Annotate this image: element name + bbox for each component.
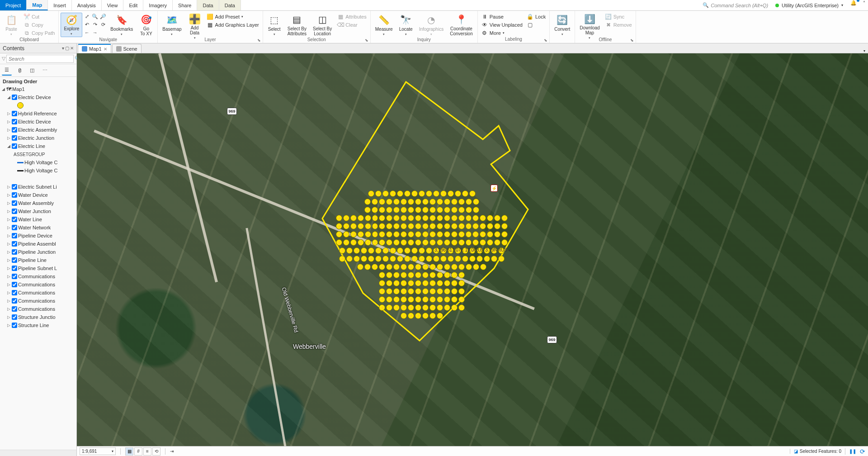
layer-symbol-row[interactable]: High Voltage C	[0, 166, 76, 175]
select-by-attr-button[interactable]: ▤Select By Attributes	[285, 13, 309, 37]
coordinates-readout[interactable]: 3,196,611.07E 10,063,673.79N ftUS ▾	[434, 247, 510, 252]
tab-imagery[interactable]: Imagery	[143, 0, 173, 10]
select-by-loc-button[interactable]: ◫Select By Location	[310, 13, 335, 37]
close-view-button[interactable]: ✕	[104, 47, 107, 52]
snap-toggle[interactable]: ▦	[125, 447, 133, 456]
tab-share[interactable]: Share	[173, 0, 197, 10]
layer-checkbox[interactable]	[12, 314, 17, 320]
layer-checkbox[interactable]	[12, 95, 17, 100]
layer-symbol-row[interactable]	[0, 175, 76, 183]
tab-data-1[interactable]: Data	[197, 0, 219, 10]
download-map-button[interactable]: ⬇️Download Map▾	[577, 13, 602, 37]
lock-label-button[interactable]: 🔒Lock	[525, 13, 547, 20]
prev-icon[interactable]: ←	[83, 29, 90, 36]
coord-conv-button[interactable]: 📍Coordinate Conversion	[447, 13, 476, 37]
locate-button[interactable]: 🔭Locate▾	[396, 13, 415, 37]
layer-node[interactable]: ▷Structure Junctio	[0, 313, 76, 321]
correction-toggle[interactable]: ⇥	[170, 449, 174, 454]
tab-edit[interactable]: Edit	[123, 0, 143, 10]
inf-toggle[interactable]: ⟲	[152, 447, 160, 456]
layer-checkbox[interactable]	[12, 217, 17, 222]
layer-node[interactable]: ▷Communications	[0, 272, 76, 280]
list-by-source-button[interactable]: 🛢	[14, 66, 24, 76]
layer-checkbox[interactable]	[12, 111, 17, 116]
layer-node[interactable]: ▷Water Assembly	[0, 199, 76, 207]
layer-checkbox[interactable]	[12, 274, 17, 279]
layer-checkbox[interactable]	[12, 143, 17, 149]
more-label-button[interactable]: ⚙More ▾	[480, 29, 524, 37]
layer-checkbox[interactable]	[12, 241, 17, 247]
attributes-button[interactable]: ▦Attributes	[335, 13, 368, 20]
tab-analysis[interactable]: Analysis	[72, 0, 102, 10]
contents-search-input[interactable]	[6, 55, 74, 63]
layer-checkbox[interactable]	[12, 282, 17, 287]
refresh-button[interactable]: ⟳	[860, 448, 865, 455]
layer-node[interactable]: ▷Pipeline Junction	[0, 248, 76, 256]
layer-node[interactable]: ▷Communications	[0, 280, 76, 289]
layer-node[interactable]: ▷Communications	[0, 305, 76, 313]
convert-button[interactable]: 🔄Convert▾	[552, 13, 573, 37]
select-button[interactable]: ⬚Select▾	[265, 13, 284, 37]
layer-checkbox[interactable]	[12, 119, 17, 124]
layer-node[interactable]: ▷Pipeline Line	[0, 256, 76, 264]
user-menu[interactable]: Utility (ArcGIS Enterprise) ▾	[772, 0, 847, 10]
add-data-button[interactable]: ➕ Add Data ▾	[185, 13, 204, 37]
filter-icon[interactable]: ▽	[2, 56, 5, 62]
pause-drawing-button[interactable]: ❚❚	[849, 449, 856, 454]
bookmarks-button[interactable]: 🔖 Bookmarks ▾	[108, 13, 136, 37]
gotoxy-button[interactable]: 🎯 Go To XY	[137, 13, 156, 37]
layer-node[interactable]: ▷Electric Assembly	[0, 126, 76, 134]
prev-extent-icon[interactable]: ↶	[83, 21, 90, 28]
list-more-button[interactable]: ⋯	[40, 66, 50, 76]
layer-node[interactable]: ▷Pipeline Assembl	[0, 240, 76, 248]
contents-float-button[interactable]: ▢	[65, 46, 69, 51]
grid-toggle[interactable]: #	[134, 447, 142, 456]
label-extra-button[interactable]: ▢	[525, 21, 547, 28]
layer-launcher[interactable]: ⬊	[257, 38, 262, 43]
fixed-zoom-in-icon[interactable]: 🔍	[91, 13, 99, 20]
next-extent-icon[interactable]: ↷	[91, 21, 99, 28]
layer-node[interactable]: ▷Structure Line	[0, 321, 76, 329]
layer-checkbox[interactable]	[12, 200, 17, 206]
tab-map[interactable]: Map	[27, 0, 48, 10]
dyn-con-toggle[interactable]: ≡	[143, 447, 151, 456]
view-unplaced-button[interactable]: 👁View Unplaced	[480, 21, 524, 28]
selection-launcher[interactable]: ⬊	[365, 38, 369, 43]
tab-view[interactable]: View	[102, 0, 124, 10]
view-tab-map1[interactable]: Map1 ✕	[78, 44, 111, 53]
layer-symbol-row[interactable]: High Voltage C	[0, 158, 76, 166]
command-search[interactable]: 🔍 Command Search (Alt+Q)	[699, 0, 772, 10]
clear-button[interactable]: ⌫Clear	[335, 21, 368, 28]
cut-button[interactable]: ✂️Cut	[22, 13, 57, 20]
layer-node[interactable]: ▷Pipeline Device	[0, 232, 76, 240]
layer-checkbox[interactable]	[12, 127, 17, 133]
layer-checkbox[interactable]	[12, 290, 17, 295]
layer-checkbox[interactable]	[12, 249, 17, 255]
layer-checkbox[interactable]	[12, 257, 17, 263]
layer-checkbox[interactable]	[12, 233, 17, 238]
infographics-button[interactable]: ◔Infographics▾	[416, 13, 446, 37]
contents-hscroll[interactable]	[0, 450, 76, 456]
layer-checkbox[interactable]	[12, 323, 17, 328]
layer-node[interactable]: ▷Communications	[0, 289, 76, 297]
notifications-button[interactable]: 🔔	[847, 0, 860, 10]
tab-project[interactable]: Project	[0, 0, 27, 10]
view-menu-icon[interactable]: ▾	[861, 49, 868, 53]
labeling-launcher[interactable]: ⬊	[544, 38, 548, 43]
tab-data-2[interactable]: Data	[219, 0, 241, 10]
selected-features[interactable]: ◪ Selected Features: 0	[790, 449, 841, 454]
layer-node[interactable]: ▷Water Network	[0, 223, 76, 232]
offline-launcher[interactable]: ⬊	[630, 38, 635, 43]
add-graphics-button[interactable]: ▦Add Graphics Layer	[205, 21, 261, 28]
paste-button[interactable]: 📋 Paste ▾	[2, 13, 21, 37]
tab-insert[interactable]: Insert	[48, 0, 72, 10]
nav-placeholder[interactable]: ⟳	[99, 21, 107, 28]
collapse-ribbon-button[interactable]: ˄	[860, 0, 868, 10]
contents-menu-button[interactable]: ▾	[62, 46, 64, 51]
layer-checkbox[interactable]	[12, 306, 17, 312]
copy-button[interactable]: ⧉Copy	[22, 21, 57, 28]
layer-checkbox[interactable]	[12, 192, 17, 198]
layer-checkbox[interactable]	[12, 135, 17, 141]
layer-checkbox[interactable]	[12, 266, 17, 271]
basemap-button[interactable]: 🗺️ Basemap ▾	[160, 13, 184, 37]
